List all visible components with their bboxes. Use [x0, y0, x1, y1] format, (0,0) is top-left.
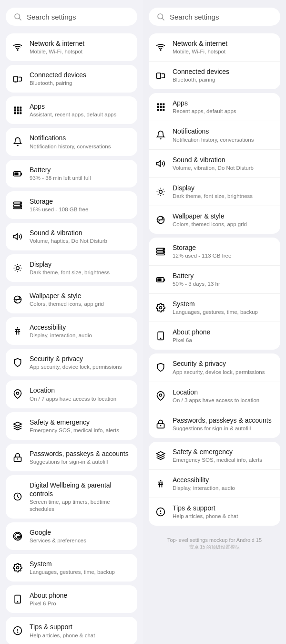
right-item-security[interactable]: Security & privacyApp security, device l…	[149, 353, 280, 382]
search-icon-right	[156, 12, 165, 21]
notifications-title: Notifications	[30, 134, 111, 142]
right-apps-icon	[155, 102, 166, 112]
svg-line-1	[19, 18, 21, 20]
svg-point-59	[159, 190, 163, 193]
right-item-notifications[interactable]: NotificationsNotification history, conve…	[149, 121, 280, 149]
left-item-notifications[interactable]: NotificationsNotification history, conve…	[6, 128, 137, 156]
right-item-accessibility[interactable]: AccessibilityDisplay, interaction, audio	[149, 470, 280, 498]
right-notifications-title: Notifications	[173, 127, 254, 135]
left-item-safety[interactable]: Safety & emergencyEmergency SOS, medical…	[6, 412, 137, 440]
svg-point-2	[17, 50, 18, 51]
left-item-sound[interactable]: Sound & vibrationVolume, haptics, Do Not…	[6, 223, 137, 250]
left-item-accessibility[interactable]: AccessibilityDisplay, interaction, audio	[6, 317, 137, 345]
svg-rect-11	[14, 112, 16, 114]
svg-rect-53	[160, 106, 162, 108]
right-wallpaper-title: Wallpaper & style	[173, 212, 247, 220]
right-system-title: System	[173, 300, 258, 308]
svg-rect-52	[157, 106, 159, 108]
sound-subtitle: Volume, haptics, Do Not Disturb	[30, 238, 107, 245]
location-icon	[12, 389, 23, 399]
right-item-about[interactable]: About phonePixel 6a	[149, 322, 280, 350]
left-item-google[interactable]: GoogleServices & preferences	[6, 522, 137, 550]
right-network-subtitle: Mobile, Wi-Fi, hotspot	[173, 48, 227, 55]
svg-point-38	[17, 567, 19, 569]
right-apps-subtitle: Recent apps, default apps	[173, 108, 236, 115]
left-item-connected[interactable]: Connected devicesBluetooth, pairing	[6, 65, 137, 93]
right-item-apps[interactable]: AppsRecent apps, default apps	[149, 93, 280, 121]
right-system-subtitle: Languages, gestures, time, backup	[173, 309, 258, 316]
svg-point-81	[160, 425, 162, 426]
right-phone-icon	[155, 331, 166, 341]
connected-subtitle: Bluetooth, pairing	[30, 80, 86, 87]
left-item-system[interactable]: SystemLanguages, gestures, time, backup	[6, 554, 137, 582]
right-sound-subtitle: Volume, vibration, Do Not Disturb	[173, 165, 254, 172]
google-title: Google	[30, 528, 86, 537]
phone-icon	[12, 594, 23, 604]
left-search-bar[interactable]: Search settings	[6, 8, 137, 26]
right-group-group1: Network & internetMobile, Wi-Fi, hotspot…	[149, 33, 280, 89]
svg-line-45	[162, 18, 164, 20]
left-item-wellbeing[interactable]: Digital Wellbeing & parental controlsScr…	[6, 475, 137, 519]
svg-line-28	[20, 270, 20, 271]
svg-point-72	[163, 249, 163, 249]
right-item-display[interactable]: DisplayDark theme, font size, brightness	[149, 178, 280, 206]
right-tips-icon	[155, 507, 166, 517]
notifications-subtitle: Notification history, conversations	[30, 143, 111, 150]
apps-icon	[12, 105, 23, 115]
svg-point-79	[160, 394, 162, 396]
right-item-safety[interactable]: Safety & emergencyEmergency SOS, medical…	[149, 442, 280, 470]
right-item-sound[interactable]: Sound & vibrationVolume, vibration, Do N…	[149, 150, 280, 178]
svg-rect-9	[17, 110, 19, 112]
svg-line-30	[20, 265, 20, 266]
left-item-tips[interactable]: Tips & supportHelp articles, phone & cha…	[6, 617, 137, 644]
search-label: Search settings	[27, 13, 76, 21]
left-item-group-google: GoogleServices & preferences	[6, 522, 137, 550]
svg-point-34	[17, 392, 19, 395]
right-item-connected[interactable]: Connected devicesBluetooth, pairing	[149, 62, 280, 89]
right-item-battery[interactable]: Battery50% - 3 days, 13 hr	[149, 266, 280, 294]
svg-rect-49	[157, 104, 159, 105]
left-item-group-accessibility: AccessibilityDisplay, interaction, audio	[6, 317, 137, 345]
right-item-network[interactable]: Network & internetMobile, Wi-Fi, hotspot	[149, 33, 280, 62]
right-notifications-subtitle: Notification history, conversations	[173, 136, 254, 144]
right-item-passwords[interactable]: Passwords, passkeys & accountsSuggestion…	[149, 410, 280, 438]
right-item-location[interactable]: LocationOn / 3 apps have access to locat…	[149, 382, 280, 410]
svg-rect-54	[163, 106, 164, 108]
svg-line-64	[158, 189, 158, 189]
left-item-about[interactable]: About phonePixel 6 Pro	[6, 585, 137, 613]
svg-rect-7	[20, 107, 21, 109]
svg-point-22	[16, 267, 20, 270]
right-search-bar[interactable]: Search settings	[149, 8, 280, 26]
right-battery-icon	[155, 274, 166, 285]
right-battery-subtitle: 50% - 3 days, 13 hr	[173, 280, 220, 288]
right-sound-title: Sound & vibration	[173, 156, 254, 164]
accessibility-icon	[12, 326, 23, 336]
left-item-display[interactable]: DisplayDark theme, font size, brightness	[6, 254, 137, 282]
right-passwords-subtitle: Suggestions for sign-in & autofill	[173, 425, 272, 432]
left-item-security[interactable]: Security & privacyApp security, device l…	[6, 349, 137, 376]
left-item-group-display: DisplayDark theme, font size, brightness	[6, 254, 137, 282]
right-item-system[interactable]: SystemLanguages, gestures, time, backup	[149, 294, 280, 322]
right-storage-title: Storage	[173, 243, 231, 252]
right-item-wallpaper[interactable]: Wallpaper & styleColors, themed icons, a…	[149, 206, 280, 234]
left-item-apps[interactable]: AppsAssistant, recent apps, default apps	[6, 96, 137, 124]
left-item-wallpaper[interactable]: Wallpaper & styleColors, themed icons, a…	[6, 286, 137, 313]
right-group-group3: Storage12% used - 113 GB freeBattery50% …	[149, 238, 280, 350]
wallpaper-icon	[12, 294, 23, 305]
left-item-battery[interactable]: Battery93% - 38 min left until full	[6, 160, 137, 187]
svg-point-46	[160, 50, 161, 51]
left-item-network[interactable]: Network & internetMobile, Wi-Fi, hotspot	[6, 33, 137, 61]
left-item-location[interactable]: LocationOn / 7 apps have access to locat…	[6, 380, 137, 408]
tips-subtitle: Help articles, phone & chat	[30, 632, 95, 639]
svg-point-73	[163, 252, 163, 252]
passwords-icon	[12, 452, 23, 463]
left-item-passwords[interactable]: Passwords, passkeys & accountsSuggestion…	[6, 444, 137, 471]
sound-title: Sound & vibration	[30, 229, 107, 237]
left-item-storage[interactable]: Storage16% used - 108 GB free	[6, 191, 137, 219]
right-storage-subtitle: 12% used - 113 GB free	[173, 252, 231, 260]
svg-line-65	[163, 194, 163, 194]
right-security-title: Security & privacy	[173, 359, 265, 368]
network-title: Network & internet	[30, 39, 84, 48]
right-item-tips[interactable]: Tips & supportHelp articles, phone & cha…	[149, 498, 280, 526]
right-item-storage[interactable]: Storage12% used - 113 GB free	[149, 238, 280, 266]
